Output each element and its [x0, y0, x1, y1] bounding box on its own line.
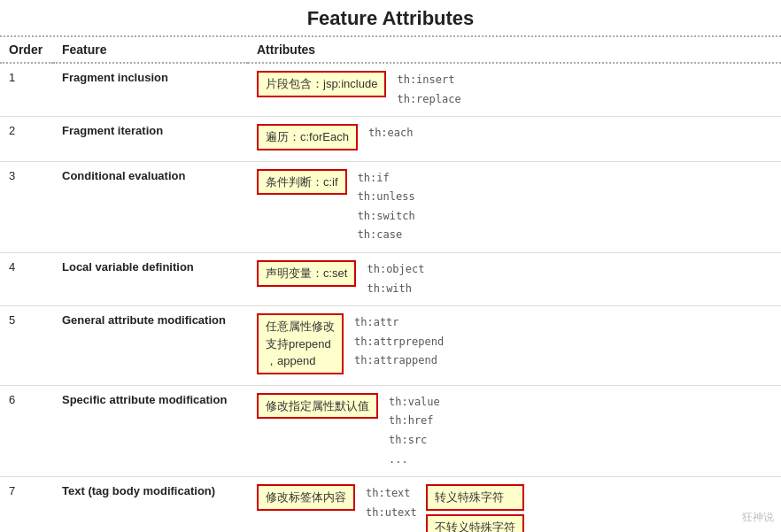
table-row: 2Fragment iteration遍历：c:forEachth:each — [0, 117, 781, 162]
cell-feature: Text (tag body modification) — [53, 477, 248, 532]
cell-feature: Local variable definition — [53, 253, 248, 306]
cell-feature: Fragment iteration — [53, 117, 248, 162]
col-attributes: Attributes — [248, 37, 781, 63]
cell-order: 6 — [0, 385, 53, 476]
table-row: 7Text (tag body modification)修改标签体内容th:t… — [0, 477, 781, 532]
cell-attributes: 片段包含：jsp:includeth:insertth:replace — [248, 63, 781, 117]
attributes-list: th:insertth:replace — [397, 71, 460, 109]
page-title: Feature Attributes — [0, 0, 781, 37]
cell-feature: General attribute modification — [53, 306, 248, 386]
note-box: 片段包含：jsp:include — [257, 71, 386, 97]
cell-attributes: 遍历：c:forEachth:each — [248, 117, 781, 162]
attributes-list: th:attrth:attrprependth:attrappend — [354, 313, 444, 371]
attributes-list: th:ifth:unlessth:switchth:case — [358, 169, 415, 245]
watermark: 狂神说 — [742, 510, 774, 525]
attributes-list: th:valueth:hrefth:src... — [389, 393, 440, 469]
col-feature: Feature — [53, 37, 248, 63]
cell-feature: Fragment inclusion — [53, 63, 248, 117]
extra-note-box: 不转义特殊字符 — [426, 514, 524, 532]
attributes-list: th:objectth:with — [367, 260, 424, 298]
table-row: 4Local variable definition声明变量：c:setth:o… — [0, 253, 781, 306]
table-row: 5General attribute modification任意属性修改 支持… — [0, 306, 781, 386]
cell-order: 3 — [0, 161, 53, 252]
attributes-list: th:each — [368, 124, 414, 143]
note-box: 遍历：c:forEach — [257, 124, 358, 150]
cell-order: 4 — [0, 253, 53, 306]
cell-attributes: 修改标签体内容th:textth:utext转义特殊字符不转义特殊字符 — [248, 477, 781, 532]
cell-feature: Conditional evaluation — [53, 161, 248, 252]
note-box: 修改指定属性默认值 — [257, 393, 378, 420]
cell-feature: Specific attribute modification — [53, 385, 248, 476]
table-row: 1Fragment inclusion片段包含：jsp:includeth:in… — [0, 63, 781, 117]
cell-attributes: 任意属性修改 支持prepend ，appendth:attrth:attrpr… — [248, 306, 781, 386]
table-row: 6Specific attribute modification修改指定属性默认… — [0, 385, 781, 476]
note-box: 条件判断：c:if — [257, 169, 347, 196]
cell-attributes: 声明变量：c:setth:objectth:with — [248, 253, 781, 306]
cell-order: 1 — [0, 63, 53, 117]
cell-order: 5 — [0, 306, 53, 386]
note-box: 任意属性修改 支持prepend ，append — [257, 313, 344, 374]
cell-attributes: 修改指定属性默认值th:valueth:hrefth:src... — [248, 385, 781, 476]
extra-note-box: 转义特殊字符 — [426, 484, 524, 511]
table-row: 3Conditional evaluation条件判断：c:ifth:ifth:… — [0, 161, 781, 252]
note-box: 声明变量：c:set — [257, 260, 356, 287]
cell-order: 7 — [0, 477, 53, 532]
feature-attributes-table: Order Feature Attributes 1Fragment inclu… — [0, 37, 781, 532]
attributes-list: th:textth:utext — [366, 484, 417, 522]
cell-order: 2 — [0, 117, 53, 162]
note-box: 修改标签体内容 — [257, 484, 355, 511]
cell-attributes: 条件判断：c:ifth:ifth:unlessth:switchth:case — [248, 161, 781, 252]
col-order: Order — [0, 37, 53, 63]
